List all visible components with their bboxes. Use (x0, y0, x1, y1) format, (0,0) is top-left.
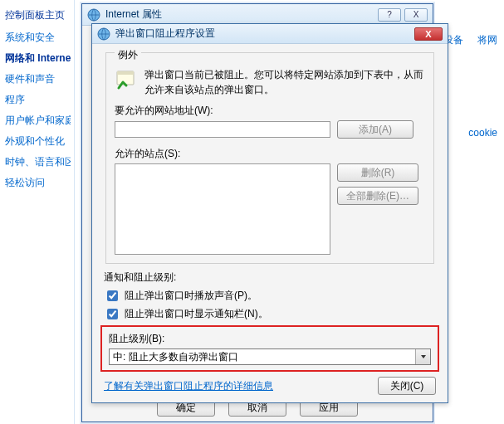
allowed-label: 允许的站点(S): (115, 147, 425, 161)
child-close-button[interactable]: X (414, 27, 443, 41)
popup-settings-icon (97, 27, 110, 41)
popup-blocker-dialog: 弹出窗口阻止程序设置 X 例外 弹出窗口当前已被阻止。您可以将特定网站添加到下表… (91, 23, 448, 403)
dialog-close-button[interactable]: 关闭(C) (378, 377, 436, 395)
level-select-wrap[interactable] (109, 348, 431, 365)
internet-icon (87, 8, 100, 22)
child-body: 例外 弹出窗口当前已被阻止。您可以将特定网站添加到下表中，从而允许来自该站点的弹… (92, 44, 448, 402)
remove-all-button[interactable]: 全部删除(E)… (337, 187, 418, 205)
notify-checkbox[interactable] (107, 309, 118, 319)
exceptions-group: 例外 弹出窗口当前已被阻止。您可以将特定网站添加到下表中，从而允许来自该站点的弹… (105, 52, 434, 264)
parent-help-button[interactable]: ? (378, 8, 401, 22)
notify-checkbox-row[interactable]: 阻止弹出窗口时显示通知栏(N)。 (104, 306, 436, 322)
child-title: 弹出窗口阻止程序设置 (115, 27, 414, 41)
sidebar-title: 控制面板主页 (5, 8, 71, 22)
sound-checkbox[interactable] (107, 290, 118, 301)
notify-checkbox-label: 阻止弹出窗口时显示通知栏(N)。 (125, 307, 268, 321)
allowed-sites-listbox[interactable] (115, 163, 330, 255)
block-level-select[interactable] (109, 348, 431, 365)
exceptions-label: 例外 (115, 48, 141, 62)
sidebar-item-clock[interactable]: 时钟、语言和区域 (5, 155, 71, 169)
sidebar-item-ease[interactable]: 轻松访问 (5, 176, 71, 190)
level-label: 阻止级别(B): (109, 332, 431, 346)
url-label: 要允许的网站地址(W): (115, 104, 425, 118)
child-titlebar: 弹出窗口阻止程序设置 X (92, 24, 448, 44)
highlight-box: 阻止级别(B): (100, 325, 439, 372)
sound-checkbox-label: 阻止弹出窗口时播放声音(P)。 (125, 289, 257, 303)
remove-button[interactable]: 删除(R) (337, 163, 418, 182)
sidebar-item-network[interactable]: 网络和 Internet (5, 51, 71, 66)
svg-rect-3 (117, 71, 134, 75)
control-panel-sidebar: 控制面板主页 系统和安全 网络和 Internet 硬件和声音 程序 用户帐户和… (0, 0, 75, 424)
url-input[interactable] (115, 121, 330, 138)
add-button[interactable]: 添加(A) (337, 120, 413, 139)
sidebar-item-hardware[interactable]: 硬件和声音 (5, 72, 71, 86)
bg-link-net[interactable]: 将网 (477, 34, 497, 46)
parent-close-button[interactable]: X (404, 8, 428, 22)
sidebar-item-system[interactable]: 系统和安全 (5, 31, 71, 45)
sound-checkbox-row[interactable]: 阻止弹出窗口时播放声音(P)。 (104, 288, 436, 304)
learn-more-link[interactable]: 了解有关弹出窗口阻止程序的详细信息 (104, 379, 273, 393)
info-icon (115, 67, 138, 90)
parent-title: Internet 属性 (105, 7, 378, 22)
notif-section-label: 通知和阻止级别: (104, 270, 436, 285)
info-text: 弹出窗口当前已被阻止。您可以将特定网站添加到下表中，从而允许来自该站点的弹出窗口… (144, 67, 425, 97)
sidebar-item-users[interactable]: 用户帐户和家庭安 (5, 114, 71, 128)
sidebar-item-programs[interactable]: 程序 (5, 93, 71, 107)
sidebar-item-appearance[interactable]: 外观和个性化 (5, 134, 71, 149)
bg-link-cookie[interactable]: cookie (468, 127, 497, 139)
